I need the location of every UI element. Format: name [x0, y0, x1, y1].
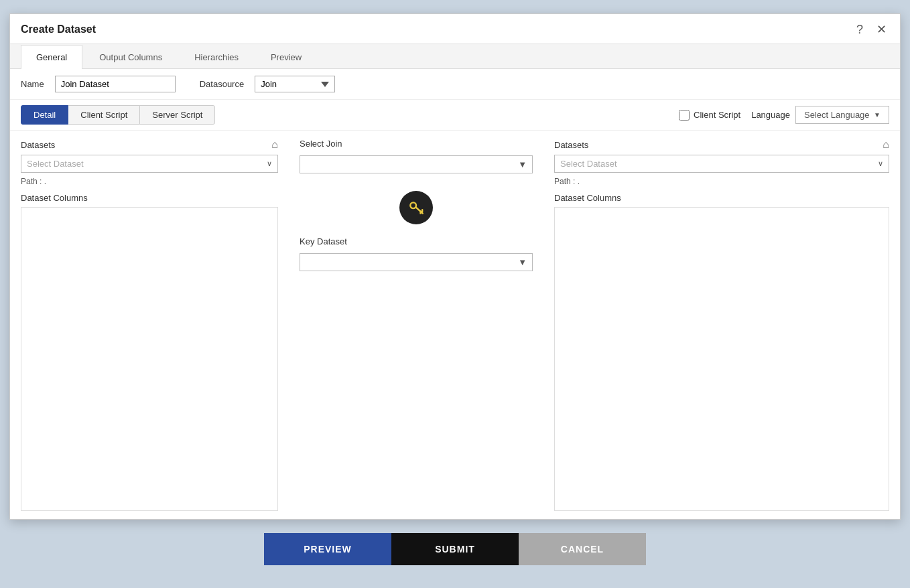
tab-output-columns[interactable]: Output Columns: [84, 45, 178, 69]
language-label: Language: [751, 110, 790, 120]
left-home-icon[interactable]: ⌂: [271, 139, 278, 151]
datasource-select[interactable]: Join: [255, 76, 335, 92]
middle-panel: Select Join ▼ Key Dataset ▼: [289, 139, 543, 511]
tab-preview[interactable]: Preview: [255, 45, 317, 69]
create-dataset-dialog: Create Dataset ? ✕ General Output Column…: [9, 13, 901, 520]
right-path: Path : .: [554, 177, 889, 186]
client-script-check-label: Client Script: [694, 110, 740, 120]
preview-button[interactable]: PREVIEW: [264, 533, 391, 565]
key-dataset-dropdown[interactable]: ▼: [300, 253, 533, 271]
left-panel: Datasets ⌂ Select Dataset ∨ Path : . Dat…: [21, 139, 289, 511]
client-script-check-area: Client Script: [679, 110, 740, 121]
left-path: Path : .: [21, 177, 278, 186]
client-script-checkbox[interactable]: [679, 110, 690, 121]
language-chevron-icon: ▼: [874, 111, 881, 119]
left-datasets-header: Datasets ⌂: [21, 139, 278, 151]
subtab-client-script[interactable]: Client Script: [68, 105, 140, 125]
right-dataset-select[interactable]: Select Dataset ∨: [554, 155, 889, 173]
key-icon-button[interactable]: [399, 191, 433, 224]
submit-button[interactable]: SUBMIT: [391, 533, 519, 565]
language-select-button[interactable]: Select Language ▼: [795, 106, 889, 124]
left-dataset-chevron-icon: ∨: [267, 159, 272, 168]
cancel-button[interactable]: CANCEL: [519, 533, 646, 565]
key-dataset-chevron-icon: ▼: [518, 257, 527, 267]
right-columns-box: [554, 207, 889, 511]
footer-buttons: PREVIEW SUBMIT CANCEL: [264, 520, 646, 579]
dialog-wrapper: Create Dataset ? ✕ General Output Column…: [0, 0, 910, 588]
subtab-row: Detail Client Script Server Script Clien…: [10, 100, 900, 131]
name-datasource-row: Name Datasource Join: [10, 69, 900, 100]
right-dataset-columns-label: Dataset Columns: [554, 193, 889, 203]
left-dataset-columns-label: Dataset Columns: [21, 193, 278, 203]
help-button[interactable]: ?: [854, 21, 866, 38]
datasource-label: Datasource: [200, 79, 244, 89]
join-dropdown-chevron-icon: ▼: [518, 159, 527, 169]
main-tabs-row: General Output Columns Hierarchies Previ…: [10, 44, 900, 69]
select-join-label: Select Join: [300, 139, 342, 149]
right-home-icon[interactable]: ⌂: [883, 139, 889, 151]
content-area: Datasets ⌂ Select Dataset ∨ Path : . Dat…: [10, 131, 900, 519]
right-datasets-header: Datasets ⌂: [554, 139, 889, 151]
select-join-dropdown[interactable]: ▼: [300, 155, 533, 173]
dialog-title-icons: ? ✕: [854, 21, 889, 38]
left-dataset-select[interactable]: Select Dataset ∨: [21, 155, 278, 173]
tab-general[interactable]: General: [21, 45, 82, 69]
dialog-title: Create Dataset: [21, 23, 96, 35]
subtab-detail[interactable]: Detail: [21, 105, 68, 125]
right-panel: Datasets ⌂ Select Dataset ∨ Path : . Dat…: [543, 139, 889, 511]
tab-hierarchies[interactable]: Hierarchies: [179, 45, 254, 69]
subtab-server-script[interactable]: Server Script: [139, 105, 215, 125]
name-label: Name: [21, 79, 44, 89]
close-button[interactable]: ✕: [874, 21, 889, 38]
key-dataset-label: Key Dataset: [300, 236, 347, 246]
dialog-titlebar: Create Dataset ? ✕: [10, 14, 900, 44]
left-columns-box: [21, 207, 278, 511]
name-input[interactable]: [55, 76, 176, 92]
right-dataset-chevron-icon: ∨: [878, 159, 883, 168]
